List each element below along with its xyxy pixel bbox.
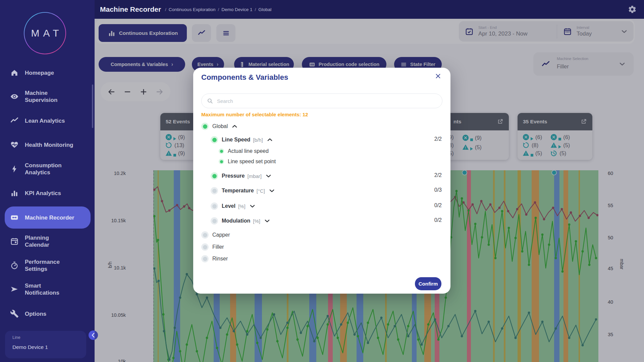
top-header-bar: Machine Recorder /Continuous Exploration…: [95, 0, 644, 19]
sidebar-item-performance-settings[interactable]: PerformanceSettings: [0, 258, 95, 273]
radio-dot: [203, 245, 207, 249]
radio-unselected[interactable]: [201, 231, 209, 239]
radio-dot: [212, 189, 217, 193]
tree-row-line-speed-set-point[interactable]: Line speed set point: [219, 156, 276, 167]
sidebar-item-label: Options: [25, 310, 46, 317]
radio-dot: [220, 160, 223, 163]
radio-unselected[interactable]: [211, 217, 218, 225]
radio-dot: [212, 204, 217, 208]
tree-row-capper[interactable]: Capper: [201, 230, 230, 240]
sidebar-item-kpi-analytics[interactable]: KPI Analytics: [0, 186, 95, 200]
radio-selected[interactable]: [201, 123, 209, 130]
sidebar-item-health-monitoring[interactable]: Health Monitoring: [0, 137, 95, 152]
radio-selected[interactable]: [219, 148, 224, 154]
selection-count: 0/2: [434, 217, 442, 223]
close-icon[interactable]: [434, 72, 442, 80]
search-box: [201, 94, 442, 108]
chevron-down-icon[interactable]: [250, 204, 255, 208]
sidebar-item-label: Lean Analytics: [25, 117, 65, 124]
breadcrumb-item[interactable]: Continuous Exploration: [169, 7, 216, 12]
radio-selected[interactable]: [211, 136, 218, 143]
tree-item-unit: [mbar]: [248, 173, 262, 179]
sidebar-item-machine-supervision[interactable]: MachineSupervision: [0, 89, 95, 104]
home-icon: [10, 68, 19, 77]
tree-row-rinser[interactable]: Rinser: [201, 253, 228, 264]
sidebar-item-label: Machine Recorder: [25, 214, 74, 221]
confirm-button[interactable]: Confirm: [415, 277, 441, 290]
chevron-down-icon[interactable]: [266, 174, 271, 178]
tree-row-pressure[interactable]: Pressure[mbar]: [211, 171, 271, 181]
sidebar-item-consumption-analytics[interactable]: ConsumptionAnalytics: [0, 162, 95, 176]
sidebar-item-label: ConsumptionAnalytics: [25, 162, 62, 176]
trend-icon: [10, 116, 19, 125]
radio-unselected[interactable]: [201, 255, 209, 262]
stopwatch-icon: [10, 261, 19, 270]
tree-row-filler[interactable]: Filler: [201, 242, 224, 252]
tree-item-label: Global: [212, 123, 228, 129]
tree-row-global[interactable]: Global: [201, 121, 237, 132]
sidebar-item-options[interactable]: Options: [0, 306, 95, 321]
chevron-down-icon[interactable]: [265, 219, 270, 223]
radio-dot: [203, 124, 207, 129]
radio-unselected[interactable]: [211, 202, 218, 210]
sidebar-scrollbar[interactable]: [92, 84, 93, 128]
tree-item-unit: [b/h]: [253, 137, 263, 143]
radio-selected[interactable]: [211, 172, 218, 180]
calendar-icon: [10, 237, 19, 246]
search-input[interactable]: [216, 98, 437, 104]
tree-item-label: Modulation: [222, 218, 250, 224]
breadcrumb-separator: /: [255, 7, 256, 12]
selection-count: 0/3: [434, 187, 442, 193]
tree-item-label: Rinser: [212, 256, 228, 262]
line-value: Demo Device 1: [12, 344, 48, 350]
tree-item-unit: [°C]: [257, 188, 265, 194]
tree-row-temperature[interactable]: Temperature[°C]: [211, 185, 274, 196]
sidebar-item-label: PlanningCalendar: [25, 234, 49, 248]
cassette-icon: [10, 213, 19, 222]
sidebar-item-planning-calendar[interactable]: PlanningCalendar: [0, 234, 95, 249]
radio-dot: [203, 257, 207, 261]
sidebar-item-label: Homepage: [25, 69, 54, 76]
sidebar-item-lean-analytics[interactable]: Lean Analytics: [0, 113, 95, 128]
line-selector-card[interactable]: Line Demo Device 1: [5, 331, 86, 358]
radio-dot: [212, 138, 217, 142]
tree-item-label: Temperature: [222, 188, 254, 194]
send-icon: [10, 285, 19, 294]
logo: MAT: [24, 12, 66, 54]
radio-selected[interactable]: [219, 159, 224, 164]
sidebar-item-homepage[interactable]: Homepage: [0, 65, 95, 80]
eye-icon: [10, 92, 19, 101]
breadcrumb-separator: /: [218, 7, 219, 12]
gear-icon[interactable]: [628, 5, 637, 14]
breadcrumb-item[interactable]: Global: [258, 7, 271, 12]
sidebar-item-machine-recorder[interactable]: Machine Recorder: [5, 206, 91, 229]
page-title: Machine Recorder: [100, 5, 161, 13]
radio-dot: [212, 174, 217, 178]
radio-unselected[interactable]: [211, 187, 218, 194]
line-label: Line: [12, 335, 20, 340]
tree-row-modulation[interactable]: Modulation[%]: [211, 216, 270, 226]
radio-unselected[interactable]: [201, 243, 209, 251]
tree-item-unit: [%]: [238, 203, 246, 209]
components-variables-modal: Components & Variables Maximum number of…: [193, 68, 450, 294]
tree-row-line-speed[interactable]: Line Speed[b/h]: [211, 134, 272, 145]
tree-item-label: Filler: [212, 244, 224, 250]
bolt-icon: [10, 165, 19, 173]
radio-dot: [203, 233, 207, 237]
sidebar-item-label: MachineSupervision: [25, 89, 57, 104]
sidebar-item-smart-notifications[interactable]: SmartNotifications: [0, 282, 95, 297]
chevron-up-icon[interactable]: [267, 138, 272, 141]
chevron-up-icon[interactable]: [232, 125, 237, 128]
sidebar-item-label: Health Monitoring: [25, 141, 73, 148]
tree-item-label: Pressure: [222, 173, 245, 179]
sidebar: MAT HomepageMachineSupervisionLean Analy…: [0, 0, 95, 362]
sidebar-item-label: PerformanceSettings: [25, 258, 60, 273]
tree-item-label: Capper: [212, 232, 230, 238]
tree-row-level[interactable]: Level[%]: [211, 201, 255, 212]
tree-row-actual-line-speed[interactable]: Actual line speed: [219, 146, 269, 157]
bar-chart-icon: [10, 189, 19, 197]
chevron-down-icon[interactable]: [269, 189, 274, 192]
breadcrumb-item[interactable]: Demo Device 1: [221, 7, 252, 12]
breadcrumb: /Continuous Exploration/Demo Device 1/Gl…: [165, 7, 271, 12]
max-elements-warning: Maximum number of selectable elements: 1…: [201, 112, 308, 117]
